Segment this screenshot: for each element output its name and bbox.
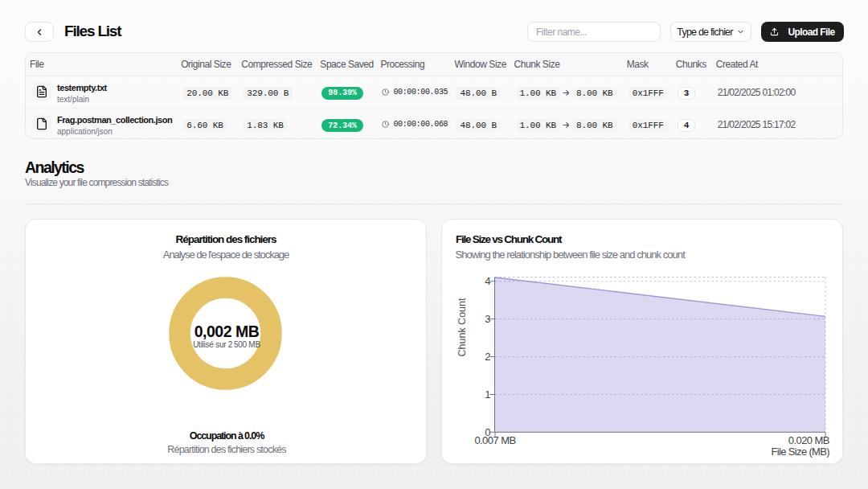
- svg-text:3: 3: [485, 313, 490, 325]
- svg-text:4: 4: [485, 275, 490, 287]
- svg-text:Chunk Count: Chunk Count: [457, 298, 468, 356]
- svg-text:0.007 MB: 0.007 MB: [474, 434, 515, 446]
- svg-text:File Size (MB): File Size (MB): [771, 446, 829, 458]
- svg-text:2: 2: [485, 351, 490, 363]
- svg-text:1: 1: [485, 388, 490, 401]
